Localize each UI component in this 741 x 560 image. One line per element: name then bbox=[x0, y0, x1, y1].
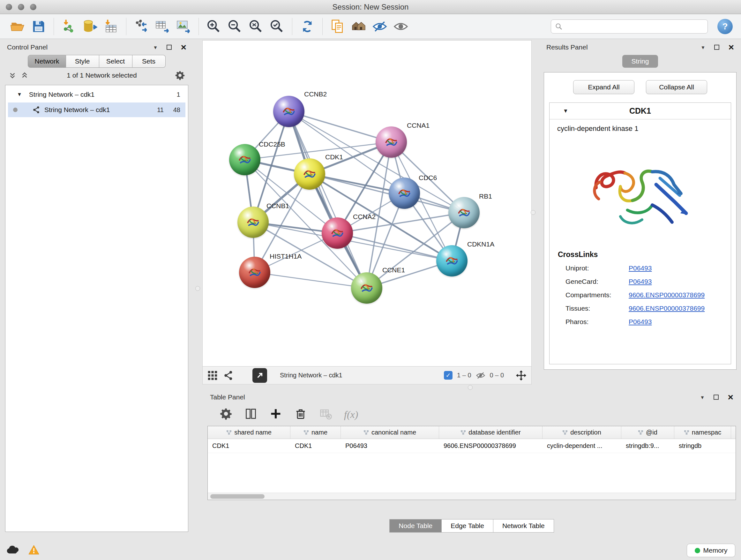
network-node-CCNA2[interactable] bbox=[322, 217, 353, 249]
collapse-panel-icon[interactable]: ▼ bbox=[701, 45, 705, 50]
refresh-button[interactable] bbox=[298, 17, 317, 36]
network-edge[interactable] bbox=[289, 111, 391, 142]
expand-all-tree-icon[interactable] bbox=[8, 71, 17, 79]
column-header[interactable]: @id bbox=[621, 426, 674, 439]
tab-select[interactable]: Select bbox=[99, 55, 132, 68]
open-session-button[interactable] bbox=[8, 17, 27, 36]
warnings-button[interactable] bbox=[28, 545, 40, 556]
tab-node-table[interactable]: Node Table bbox=[389, 519, 442, 533]
import-network-database-button[interactable] bbox=[81, 17, 99, 36]
column-header[interactable]: namespac bbox=[674, 426, 731, 439]
network-node-CCNE1[interactable] bbox=[351, 272, 382, 304]
network-node-CDC25B[interactable] bbox=[229, 144, 260, 175]
add-column-button[interactable] bbox=[269, 408, 282, 422]
crosslink-value-link[interactable]: P06493 bbox=[629, 278, 652, 286]
close-window-button[interactable] bbox=[6, 4, 12, 10]
network-node-RB1[interactable] bbox=[448, 197, 480, 228]
crosslink-value-link[interactable]: P06493 bbox=[629, 318, 652, 326]
network-canvas[interactable]: CCNB2CCNA1CDC25BCDK1CDC6RB1CCNB1CCNA2CDK… bbox=[203, 41, 531, 366]
tab-sets[interactable]: Sets bbox=[132, 55, 165, 68]
network-node-CCNB2[interactable] bbox=[273, 96, 305, 127]
network-node-CCNB1[interactable] bbox=[238, 206, 269, 238]
protein-section-header[interactable]: ▼ CDK1 bbox=[549, 103, 731, 119]
network-node-CDC6[interactable] bbox=[389, 178, 420, 209]
maximize-window-button[interactable] bbox=[30, 4, 37, 10]
tab-style[interactable]: Style bbox=[66, 55, 99, 68]
zoom-fit-button[interactable] bbox=[247, 17, 265, 36]
network-edge[interactable] bbox=[289, 111, 367, 288]
vertical-splitter-handle[interactable] bbox=[195, 286, 200, 291]
import-network-file-button[interactable] bbox=[60, 17, 78, 36]
float-panel-icon[interactable] bbox=[714, 395, 719, 400]
close-panel-icon[interactable]: × bbox=[181, 43, 186, 52]
close-panel-icon[interactable]: × bbox=[728, 43, 734, 52]
horizontal-splitter-handle[interactable] bbox=[468, 385, 473, 390]
column-header[interactable]: canonical name bbox=[341, 426, 439, 439]
float-panel-icon[interactable] bbox=[166, 45, 172, 50]
selected-count-checkbox[interactable]: ✓ bbox=[444, 371, 453, 380]
network-node-HIST1H1A[interactable] bbox=[239, 257, 270, 288]
table-cell[interactable]: CDK1 bbox=[290, 439, 341, 453]
table-row[interactable]: CDK1CDK1P064939606.ENSP00000378699cyclin… bbox=[208, 439, 736, 453]
tab-string[interactable]: String bbox=[622, 55, 658, 68]
column-header[interactable]: description bbox=[542, 426, 621, 439]
hide-selected-button[interactable] bbox=[370, 17, 389, 36]
network-edge[interactable] bbox=[310, 174, 464, 212]
network-node-CCNA1[interactable] bbox=[376, 126, 407, 158]
table-settings-button[interactable] bbox=[219, 408, 232, 422]
toolbar-search[interactable] bbox=[551, 19, 708, 34]
help-button[interactable]: ? bbox=[718, 19, 733, 34]
show-all-button[interactable] bbox=[392, 17, 410, 36]
crosslink-value-link[interactable]: 9606.ENSP00000378699 bbox=[629, 291, 704, 299]
save-session-button[interactable] bbox=[29, 17, 48, 36]
float-panel-icon[interactable] bbox=[714, 45, 719, 50]
table-cell[interactable]: P06493 bbox=[341, 439, 439, 453]
export-image-button[interactable] bbox=[174, 17, 193, 36]
clone-network-button[interactable] bbox=[132, 17, 151, 36]
search-input[interactable] bbox=[566, 23, 704, 30]
table-cell[interactable]: cyclin-dependent ... bbox=[542, 439, 621, 453]
memory-button[interactable]: Memory bbox=[687, 544, 735, 557]
cloud-status-button[interactable] bbox=[6, 545, 20, 556]
section-collapse-icon[interactable]: ▼ bbox=[563, 108, 568, 114]
export-table-button[interactable] bbox=[153, 17, 172, 36]
birdseye-view-button[interactable] bbox=[223, 370, 234, 381]
gear-icon[interactable] bbox=[175, 70, 185, 80]
crosslink-value-link[interactable]: 9606.ENSP00000378699 bbox=[629, 305, 704, 312]
detach-view-button[interactable] bbox=[253, 368, 267, 383]
zoom-in-button[interactable] bbox=[205, 17, 223, 36]
crosslink-value-link[interactable]: P06493 bbox=[629, 264, 652, 272]
tree-expand-icon[interactable]: ▼ bbox=[17, 91, 22, 98]
show-columns-button[interactable] bbox=[245, 408, 257, 422]
scrollbar-thumb[interactable] bbox=[210, 494, 265, 499]
table-cell[interactable]: stringdb:9... bbox=[621, 439, 674, 453]
network-collection-row[interactable]: ▼ String Network – cdk1 1 bbox=[5, 87, 188, 102]
vertical-splitter-handle[interactable] bbox=[531, 210, 536, 215]
grid-view-button[interactable] bbox=[207, 370, 218, 381]
network-node-CDK1[interactable] bbox=[294, 159, 325, 190]
collapse-all-tree-icon[interactable] bbox=[20, 71, 29, 79]
minimize-window-button[interactable] bbox=[18, 4, 24, 10]
network-row-selected[interactable]: String Network – cdk1 11 48 bbox=[8, 103, 185, 117]
pan-mode-button[interactable] bbox=[515, 370, 527, 381]
tab-network[interactable]: Network bbox=[28, 55, 66, 68]
column-header[interactable]: name bbox=[290, 426, 341, 439]
duplicate-style-button[interactable] bbox=[328, 17, 347, 36]
home-views-button[interactable] bbox=[349, 17, 368, 36]
table-cell[interactable]: 9606.ENSP00000378699 bbox=[439, 439, 542, 453]
column-header[interactable]: shared name bbox=[208, 426, 290, 439]
column-header[interactable]: database identifier bbox=[439, 426, 542, 439]
table-cell[interactable]: CDK1 bbox=[208, 439, 290, 453]
table-cell[interactable]: stringdb bbox=[674, 439, 731, 453]
expand-all-button[interactable]: Expand All bbox=[573, 80, 634, 94]
network-node-CDKN1A[interactable] bbox=[436, 245, 468, 276]
tab-network-table[interactable]: Network Table bbox=[493, 519, 554, 533]
close-panel-icon[interactable]: × bbox=[728, 392, 733, 402]
collapse-all-button[interactable]: Collapse All bbox=[646, 80, 707, 94]
collapse-panel-icon[interactable]: ▼ bbox=[700, 395, 705, 400]
tab-edge-table[interactable]: Edge Table bbox=[442, 519, 493, 533]
delete-column-button[interactable] bbox=[294, 408, 307, 422]
horizontal-scrollbar[interactable] bbox=[208, 493, 736, 500]
collapse-panel-icon[interactable]: ▼ bbox=[153, 45, 158, 50]
network-edge[interactable] bbox=[255, 272, 367, 288]
